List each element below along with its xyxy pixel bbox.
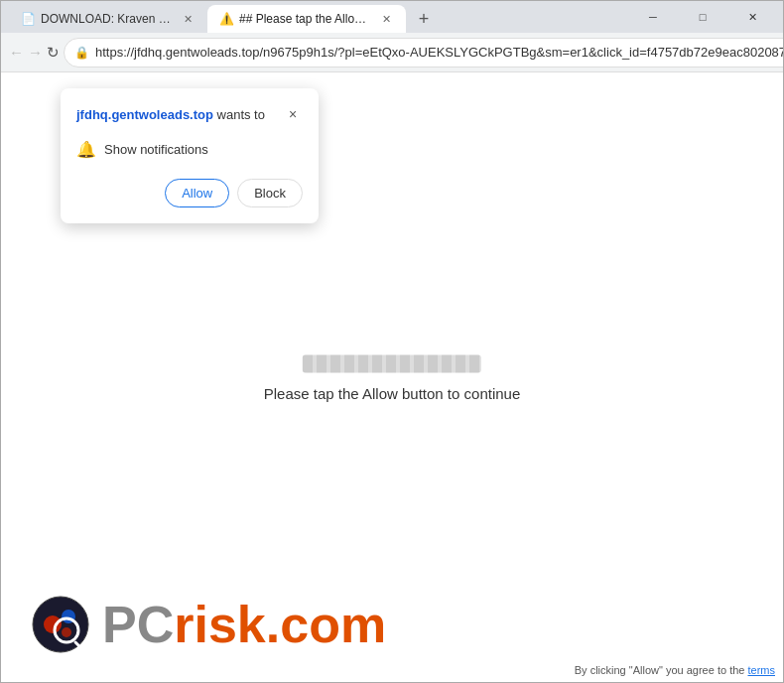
allow-button[interactable]: Allow (165, 179, 229, 207)
bottom-notice: By clicking "Allow" you agree to the ter… (575, 664, 775, 676)
browser-toolbar: ← → ↻ 🔒 https://jfdhq.gentwoleads.top/n9… (1, 33, 783, 72)
tab2-favicon: ⚠️ (219, 12, 233, 26)
browser-content: jfdhq.gentwoleads.top wants to × 🔔 Show … (1, 72, 783, 683)
lock-icon: 🔒 (74, 46, 89, 60)
popup-title: jfdhq.gentwoleads.top wants to (76, 107, 265, 122)
forward-button[interactable]: → (28, 37, 43, 68)
page-background: jfdhq.gentwoleads.top wants to × 🔔 Show … (1, 72, 783, 683)
pcrisk-logo-icon (31, 595, 90, 654)
terms-link[interactable]: terms (748, 664, 776, 676)
forward-icon: → (28, 44, 43, 61)
tap-allow-text: Please tap the Allow button to continue (264, 385, 521, 402)
back-button[interactable]: ← (9, 37, 24, 68)
window-controls: ─ □ ✕ (630, 1, 775, 33)
new-tab-button[interactable]: + (410, 5, 438, 33)
popup-actions: Allow Block (76, 179, 303, 207)
loading-bar (303, 355, 481, 373)
pc-part: PC (102, 596, 174, 653)
popup-close-button[interactable]: × (283, 104, 303, 124)
tab2-label: ## Please tap the Allow button... (239, 12, 372, 26)
popup-title-suffix: wants to (213, 107, 265, 122)
url-text: https://jfdhq.gentwoleads.top/n9675p9h1s… (95, 45, 784, 60)
pcrisk-text: PCrisk.com (102, 599, 386, 650)
titlebar: 📄 DOWNLOAD: Kraven the Hunt... ✕ ⚠️ ## P… (1, 1, 783, 33)
notification-label: Show notifications (104, 142, 208, 157)
reload-icon: ↻ (47, 44, 60, 62)
bottom-notice-text: By clicking "Allow" you agree to the (575, 664, 745, 676)
svg-point-3 (62, 627, 71, 637)
tab-2[interactable]: ⚠️ ## Please tap the Allow button... ✕ (207, 5, 406, 33)
tab1-favicon: 📄 (21, 12, 35, 26)
watermark: PCrisk.com (31, 595, 386, 654)
popup-notification-row: 🔔 Show notifications (76, 136, 303, 163)
page-main-content: Please tap the Allow button to continue (264, 355, 521, 402)
notification-popup: jfdhq.gentwoleads.top wants to × 🔔 Show … (61, 88, 319, 223)
back-icon: ← (9, 44, 24, 61)
address-bar[interactable]: 🔒 https://jfdhq.gentwoleads.top/n9675p9h… (64, 38, 784, 68)
bell-icon: 🔔 (76, 140, 96, 159)
popup-domain: jfdhq.gentwoleads.top (76, 107, 213, 122)
tab2-close[interactable]: ✕ (378, 11, 394, 27)
minimize-button[interactable]: ─ (630, 1, 676, 33)
tab-bar: 📄 DOWNLOAD: Kraven the Hunt... ✕ ⚠️ ## P… (9, 1, 622, 33)
maximize-button[interactable]: □ (680, 1, 725, 33)
reload-button[interactable]: ↻ (47, 37, 60, 68)
tab1-close[interactable]: ✕ (180, 11, 196, 27)
tab-1[interactable]: 📄 DOWNLOAD: Kraven the Hunt... ✕ (9, 5, 207, 33)
tab1-label: DOWNLOAD: Kraven the Hunt... (41, 12, 174, 26)
popup-header: jfdhq.gentwoleads.top wants to × (76, 104, 303, 124)
block-button[interactable]: Block (237, 179, 303, 207)
svg-point-1 (44, 615, 62, 633)
risk-com-part: risk.com (174, 596, 386, 653)
close-button[interactable]: ✕ (729, 1, 775, 33)
